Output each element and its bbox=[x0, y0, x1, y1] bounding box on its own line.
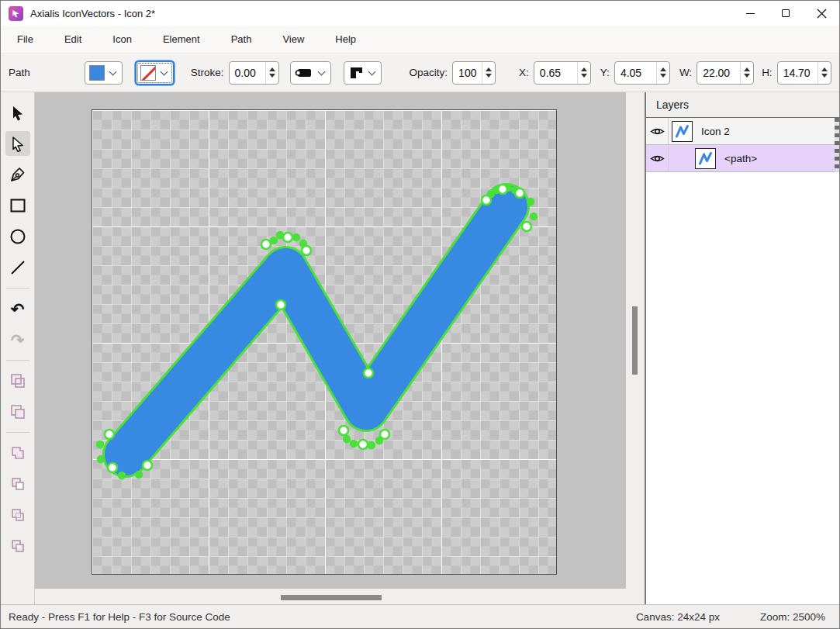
spinner-arrows[interactable] bbox=[265, 62, 278, 84]
visibility-toggle[interactable] bbox=[646, 145, 669, 171]
x-input[interactable]: 0.65 bbox=[534, 61, 591, 85]
vertical-scrollbar-thumb[interactable] bbox=[632, 306, 638, 375]
direct-select-tool-button[interactable] bbox=[5, 131, 30, 156]
spin-down-icon[interactable] bbox=[486, 74, 492, 78]
bezier-control-handle[interactable] bbox=[530, 213, 538, 220]
bezier-control-handle[interactable] bbox=[292, 233, 300, 241]
canvas-viewport[interactable] bbox=[35, 92, 645, 604]
anchor-point-handle[interactable] bbox=[482, 195, 491, 205]
window-title: Axialis IconVectors - Icon 2* bbox=[30, 8, 155, 19]
bezier-control-handle[interactable] bbox=[343, 435, 351, 443]
stroke-width-input[interactable]: 0.00 bbox=[229, 61, 279, 85]
spin-up-icon[interactable] bbox=[269, 67, 275, 71]
line-cap-dropdown[interactable] bbox=[290, 61, 331, 85]
line-join-dropdown[interactable] bbox=[344, 61, 382, 85]
spin-down-icon[interactable] bbox=[821, 74, 828, 78]
spin-down-icon[interactable] bbox=[660, 74, 666, 78]
subtract-button[interactable] bbox=[5, 472, 30, 496]
bezier-control-handle[interactable] bbox=[350, 440, 358, 448]
anchor-point-handle[interactable] bbox=[283, 233, 292, 242]
panel-resize-grip[interactable] bbox=[835, 118, 839, 172]
anchor-point-handle[interactable] bbox=[522, 222, 531, 231]
rectangle-tool-button[interactable] bbox=[5, 193, 30, 218]
menu-view[interactable]: View bbox=[269, 26, 317, 54]
close-button[interactable] bbox=[804, 1, 839, 26]
spinner-arrows[interactable] bbox=[656, 62, 669, 84]
fill-color-dropdown[interactable] bbox=[85, 61, 123, 85]
layer-row-icon2[interactable]: Icon 2 bbox=[646, 118, 839, 145]
layer-label[interactable]: Icon 2 bbox=[701, 126, 730, 137]
anchor-point-handle[interactable] bbox=[261, 240, 271, 249]
stroke-color-dropdown[interactable] bbox=[136, 61, 174, 85]
divider bbox=[6, 432, 29, 433]
anchor-point-handle[interactable] bbox=[339, 426, 348, 435]
layer-label[interactable]: <path> bbox=[724, 153, 757, 164]
select-tool-button[interactable] bbox=[5, 100, 30, 125]
anchor-point-handle[interactable] bbox=[515, 188, 524, 198]
spin-up-icon[interactable] bbox=[486, 67, 492, 71]
statusbar: Ready - Press F1 for Help - F3 for Sourc… bbox=[1, 604, 839, 628]
bezier-control-handle[interactable] bbox=[96, 441, 104, 448]
spin-up-icon[interactable] bbox=[744, 67, 750, 71]
exclude-button[interactable] bbox=[5, 534, 30, 558]
bezier-control-handle[interactable] bbox=[527, 198, 534, 206]
anchor-point-handle[interactable] bbox=[498, 185, 507, 194]
maximize-button[interactable] bbox=[768, 1, 804, 26]
spin-up-icon[interactable] bbox=[581, 67, 587, 71]
anchor-point-handle[interactable] bbox=[143, 461, 152, 470]
intersect-button[interactable] bbox=[5, 503, 30, 527]
anchor-point-handle[interactable] bbox=[108, 463, 117, 472]
spinner-arrows[interactable] bbox=[740, 62, 753, 84]
spin-up-icon[interactable] bbox=[821, 67, 828, 71]
anchor-point-handle[interactable] bbox=[276, 300, 285, 309]
menu-edit[interactable]: Edit bbox=[51, 26, 95, 54]
h-input[interactable]: 14.70 bbox=[777, 61, 831, 85]
send-backward-button[interactable] bbox=[5, 399, 30, 424]
menu-path[interactable]: Path bbox=[218, 26, 265, 54]
divider bbox=[6, 288, 29, 289]
spin-down-icon[interactable] bbox=[269, 74, 275, 78]
menu-icon[interactable]: Icon bbox=[99, 26, 145, 54]
menu-element[interactable]: Element bbox=[150, 26, 213, 54]
zigzag-path-shape[interactable] bbox=[92, 110, 558, 575]
selection-arrow-icon bbox=[10, 105, 26, 121]
layer-row-path[interactable]: <path> bbox=[646, 145, 839, 172]
pen-tool-button[interactable] bbox=[5, 162, 30, 187]
bezier-control-handle[interactable] bbox=[97, 455, 105, 463]
line-tool-button[interactable] bbox=[5, 255, 30, 280]
bring-forward-button[interactable] bbox=[5, 368, 30, 393]
path-fill[interactable] bbox=[126, 206, 506, 454]
spinner-arrows[interactable] bbox=[482, 62, 495, 84]
minimize-button[interactable] bbox=[732, 1, 768, 26]
redo-icon: ↷ bbox=[11, 332, 25, 348]
artboard[interactable] bbox=[92, 109, 557, 575]
anchor-point-handle[interactable] bbox=[105, 430, 114, 439]
horizontal-scrollbar[interactable] bbox=[35, 589, 626, 604]
redo-button[interactable]: ↷ bbox=[5, 327, 30, 352]
visibility-toggle[interactable] bbox=[646, 118, 669, 144]
chevron-down-icon bbox=[109, 67, 116, 75]
spin-down-icon[interactable] bbox=[581, 74, 587, 78]
undo-button[interactable]: ↶ bbox=[5, 296, 30, 321]
spinner-arrows[interactable] bbox=[577, 62, 590, 84]
canvas-size-indicator: Canvas: 24x24 px bbox=[636, 611, 720, 623]
y-input[interactable]: 4.05 bbox=[614, 61, 670, 85]
bezier-control-handle[interactable] bbox=[118, 472, 126, 479]
menu-help[interactable]: Help bbox=[322, 26, 369, 54]
ellipse-tool-button[interactable] bbox=[5, 224, 30, 249]
anchor-point-handle[interactable] bbox=[380, 430, 389, 439]
bezier-control-handle[interactable] bbox=[368, 441, 375, 449]
spin-down-icon[interactable] bbox=[744, 74, 750, 78]
bezier-control-handle[interactable] bbox=[135, 471, 143, 479]
horizontal-scrollbar-thumb[interactable] bbox=[281, 595, 382, 600]
anchor-point-handle[interactable] bbox=[358, 440, 368, 449]
opacity-input[interactable]: 100 bbox=[452, 61, 496, 85]
w-input[interactable]: 22.00 bbox=[697, 61, 754, 85]
union-button[interactable] bbox=[5, 441, 30, 465]
vertical-scrollbar[interactable] bbox=[626, 92, 645, 604]
spin-up-icon[interactable] bbox=[660, 67, 666, 71]
menu-file[interactable]: File bbox=[4, 26, 47, 54]
anchor-point-handle[interactable] bbox=[364, 368, 373, 378]
anchor-point-handle[interactable] bbox=[302, 246, 311, 255]
spinner-arrows[interactable] bbox=[818, 62, 831, 84]
